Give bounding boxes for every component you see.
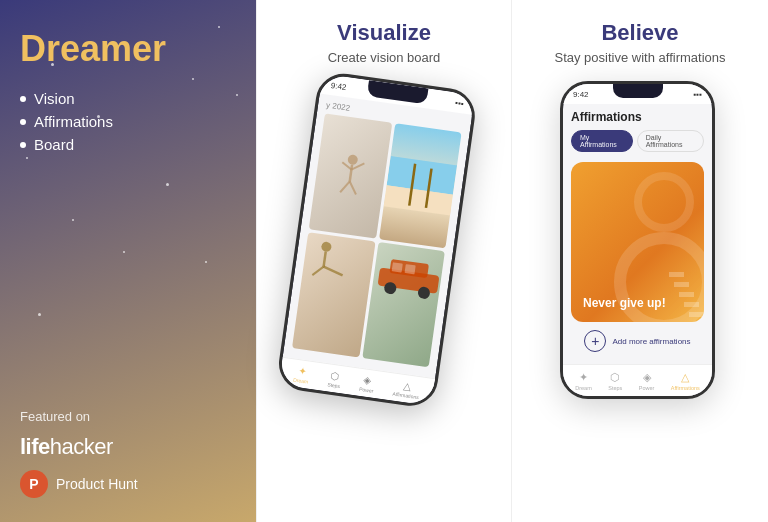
tab-daily-affirmations[interactable]: Daily Affirmations (637, 130, 704, 152)
phone-mockup-2: 9:42 ▪▪▪ y 2022 (270, 70, 498, 452)
svg-line-4 (340, 180, 350, 193)
svg-rect-19 (404, 264, 415, 274)
phone-content-3: Affirmations My Affirmations Daily Affir… (563, 104, 712, 364)
feature-list: Vision Affirmations Board (20, 90, 236, 153)
svg-rect-21 (684, 302, 699, 307)
vb-cell-4 (362, 242, 445, 367)
statusbar-icons-3: ▪▪▪ (693, 90, 702, 99)
vb-cell-2 (379, 123, 462, 248)
tab-dream[interactable]: ✦ Dream (293, 364, 310, 384)
bullet-icon (20, 96, 26, 102)
svg-point-10 (321, 241, 332, 252)
dream-icon: ✦ (297, 365, 306, 377)
tab-steps[interactable]: ⬡ Steps (327, 369, 342, 389)
affirmation-card: Never give up! (571, 162, 704, 322)
panel-dreamer: Dreamer Vision Affirmations Board Featur… (0, 0, 256, 522)
add-affirmation-label: Add more affirmations (612, 337, 690, 346)
featured-label: Featured on (20, 409, 236, 424)
feature-vision-label: Vision (34, 90, 75, 107)
power-label: Power (359, 385, 374, 393)
phone-tabbar-3: ✦ Dream ⬡ Steps ◈ Power △ Affirmations (563, 364, 712, 396)
feature-affirmations: Affirmations (20, 113, 236, 130)
phone-frame-3: 9:42 ▪▪▪ Affirmations My Affirmations Da… (560, 81, 715, 399)
statusbar-time-2: 9:42 (330, 80, 347, 91)
svg-rect-24 (669, 272, 684, 277)
tab3-dream-icon: ✦ (579, 371, 588, 384)
lifehacker-logo: lifehacker (20, 434, 236, 460)
steps-label: Steps (327, 381, 341, 389)
tab3-power[interactable]: ◈ Power (639, 371, 655, 391)
phone-notch-3 (613, 84, 663, 98)
dream-label: Dream (293, 376, 309, 384)
believe-subtitle: Stay positive with affirmations (555, 50, 726, 65)
statusbar-time-3: 9:42 (573, 90, 589, 99)
phone-frame-2: 9:42 ▪▪▪ y 2022 (275, 70, 478, 409)
app-title: Dreamer (20, 28, 236, 70)
producthunt-icon: P (20, 470, 48, 498)
add-affirmation-button[interactable]: + (584, 330, 606, 352)
affirmations-heading: Affirmations (571, 110, 704, 124)
phone-content-2: y 2022 (283, 93, 473, 378)
phone-mockup-3: 9:42 ▪▪▪ Affirmations My Affirmations Da… (560, 81, 720, 421)
svg-rect-20 (689, 312, 704, 317)
vb-cell-3 (292, 232, 375, 357)
tab3-affirmations-label: Affirmations (671, 385, 700, 391)
svg-line-1 (350, 164, 352, 181)
vision-board-grid (292, 113, 462, 367)
tab3-steps[interactable]: ⬡ Steps (608, 371, 622, 391)
feature-affirmations-label: Affirmations (34, 113, 113, 130)
producthunt-label: Product Hunt (56, 476, 138, 492)
producthunt-row: P Product Hunt (20, 470, 236, 498)
phone-screen-2: 9:42 ▪▪▪ y 2022 (279, 74, 475, 406)
add-affirmation-row: + Add more affirmations (571, 330, 704, 352)
card-decoration-2 (634, 172, 694, 232)
svg-line-11 (324, 252, 326, 267)
tab3-affirmations[interactable]: △ Affirmations (671, 371, 700, 391)
tab3-power-icon: ◈ (643, 371, 651, 384)
svg-line-5 (348, 181, 358, 194)
svg-line-12 (323, 267, 344, 276)
affirmations-icon: △ (402, 379, 411, 391)
visualize-title: Visualize (337, 20, 431, 46)
svg-rect-18 (391, 262, 402, 272)
believe-title: Believe (601, 20, 678, 46)
tab-my-affirmations[interactable]: My Affirmations (571, 130, 633, 152)
steps-icon: ⬡ (330, 369, 340, 381)
affirmations-label-2: Affirmations (392, 390, 419, 400)
tab3-dream[interactable]: ✦ Dream (575, 371, 592, 391)
affirmations-tabs: My Affirmations Daily Affirmations (571, 130, 704, 152)
feature-board-label: Board (34, 136, 74, 153)
vb-cell-1 (309, 113, 392, 238)
card-affirmation-text: Never give up! (583, 296, 666, 310)
visualize-subtitle: Create vision board (328, 50, 441, 65)
featured-section: Featured on lifehacker P Product Hunt (20, 409, 236, 498)
tab3-steps-icon: ⬡ (610, 371, 620, 384)
tab3-affirmations-icon: △ (681, 371, 689, 384)
lifehacker-bold: life (20, 434, 50, 459)
panel-believe: Believe Stay positive with affirmations … (512, 0, 768, 522)
bullet-icon (20, 142, 26, 148)
feature-vision: Vision (20, 90, 236, 107)
tab3-power-label: Power (639, 385, 655, 391)
tab3-steps-label: Steps (608, 385, 622, 391)
feature-board: Board (20, 136, 236, 153)
svg-rect-22 (679, 292, 694, 297)
bullet-icon (20, 119, 26, 125)
svg-rect-23 (674, 282, 689, 287)
lifehacker-text: lifehacker (20, 434, 113, 460)
lifehacker-normal: hacker (50, 434, 113, 459)
tab-power[interactable]: ◈ Power (359, 373, 376, 393)
phone-screen-3: 9:42 ▪▪▪ Affirmations My Affirmations Da… (563, 84, 712, 396)
tab3-dream-label: Dream (575, 385, 592, 391)
tab-affirmations-2[interactable]: △ Affirmations (392, 378, 421, 399)
panel-visualize: Visualize Create vision board 9:42 ▪▪▪ y… (256, 0, 512, 522)
svg-point-0 (347, 153, 358, 164)
svg-line-13 (312, 265, 323, 276)
statusbar-icons-2: ▪▪▪ (455, 98, 465, 108)
power-icon: ◈ (363, 374, 372, 386)
